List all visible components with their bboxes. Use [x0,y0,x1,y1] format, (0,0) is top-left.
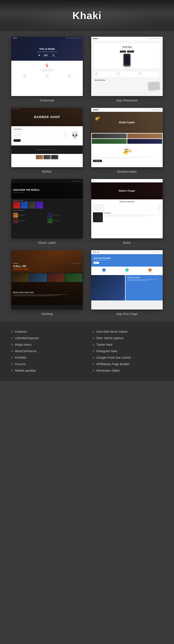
barber-nav-dot [18,109,20,109]
quad-drone-icon: 🚁 [93,114,101,121]
music-latest-info-2 [53,215,60,216]
demo-preview-corporate[interactable]: This is Khaki The Most Advanced Website … [11,37,83,96]
barber-nav-dot [16,109,18,109]
app-overview-title: Quick Overview [95,79,159,81]
demo-preview-music[interactable]: 🎵 DISCOVER THE WORLD Explore the world o… [11,179,83,238]
appone-nav: Khaki App [91,250,163,254]
barber-body: OUR PRICES [11,126,83,144]
music-latest-info-1 [18,215,26,216]
music-latest-item-4 [47,218,81,223]
corp-service-text-3 [66,77,72,78]
band-nav-dot [96,180,96,181]
app-store-btn[interactable]: App Store [120,50,126,52]
quad-photo-3 [92,139,127,144]
feature-item-4: 500+ theme options [93,336,163,340]
appone-feature-lines-3 [139,272,161,273]
quad-big-drone-area: 🚁 [91,144,163,156]
barber-skull-area: 💀 [69,128,80,142]
demo-item-corporate: This is Khaki The Most Advanced Website … [11,37,83,102]
feature-bullet-5 [11,344,13,346]
band-nav-link [156,180,158,181]
app-overview-section: Quick Overview [93,78,161,82]
music-nav-link [78,181,81,181]
corp-service-icon-1 [23,74,26,76]
feature-bullet-9 [11,357,13,358]
corp-stat-2-num: 1589 [43,54,48,56]
app-phone-mockup [124,54,130,66]
barber-team-section: BARBERS AND STYLISTS [11,146,83,154]
barber-team-photo-2 [44,155,50,159]
quad-nav-link [154,110,157,110]
quad-text-line [93,158,144,158]
feature-item-11: Forums [11,362,81,366]
feature-bullet-4 [93,337,94,339]
quad-text-area [91,157,163,158]
music-album-1 [13,202,20,208]
barber-cta-btn[interactable] [14,139,20,142]
app-subtitle: The most advanced mobile app [96,48,158,50]
band-about-text: Khaki Band [104,212,161,222]
corp-stats: 86 1589 Happy Clients 37 Awards Won [38,54,56,57]
appone-nav-item [154,252,157,252]
feature-text-9: Portfolio [15,356,26,360]
appone-cta-btn[interactable]: Explore [94,262,99,264]
demo-preview-appone[interactable]: Khaki App Fulli Are Formalist The App th… [91,250,163,310]
play-store-btn[interactable]: Google Play [127,50,134,52]
barber-price-name [14,133,22,134]
appone-nav-title: Khaki App [93,252,99,253]
demo-preview-quad[interactable]: 🚁 Khaki Copter 🚁 Learn More [91,108,163,167]
gaming-battle-line [13,295,60,296]
appone-feature-2 [116,268,138,273]
corp-service-text-2 [44,77,50,78]
corp-text-line [42,71,53,72]
gaming-content: CALL OF SHOOTER REALISTIC BATTLES [11,250,83,305]
gaming-title-line1: CALL OF [13,264,81,268]
gaming-thumb-2 [30,273,47,282]
demo-label-barber: Barber [42,170,52,174]
demo-preview-barber[interactable]: BARBER SHOP OUR PRICES [11,108,83,167]
corp-nav-link [66,38,69,38]
appone-feature-line [102,273,106,273]
feature-item-8: Instagram feed [93,349,163,353]
demo-item-gaming: CALL OF SHOOTER REALISTIC BATTLES [11,250,83,316]
corp-services [14,74,80,78]
quad-nav-brand [93,110,98,110]
demo-preview-app[interactable]: Great App The most advanced mobile app A… [91,37,163,96]
barber-team-title: BARBERS AND STYLISTS [37,149,57,150]
corp-service-text-1 [22,77,28,78]
corp-logo-area: 🦌 [14,63,80,68]
music-info-line [18,220,26,220]
app-nav-logo [93,38,98,39]
music-album-2 [20,202,28,208]
app-tablet-area [93,82,160,90]
demo-item-band: Before I Forget Forever in Darkness [91,179,163,244]
band-about-line [104,215,155,216]
demo-preview-gaming[interactable]: CALL OF SHOOTER REALISTIC BATTLES [11,250,83,310]
quad-photo-4 [127,139,162,144]
appone-feature-lines-2 [116,272,138,273]
barber-price-val [64,131,67,132]
quad-nav-link [158,110,161,110]
band-track-time [158,210,161,210]
corp-text-line [38,69,56,70]
gaming-battle-title: REALISTIC BATTLES [13,292,81,294]
appone-feature-1 [93,268,115,273]
demo-label-corporate: Corporate [40,98,54,102]
corp-nav [11,38,83,38]
feature-text-10: Google Fonts live control [96,356,131,360]
quad-cta-btn[interactable]: Learn More [93,160,102,162]
music-hero-title: DISCOVER THE WORLD [13,189,81,191]
feature-item-2: One-click demo import [93,330,163,334]
feature-text-12: WPBakery Page Builder [96,362,130,366]
app-feature-1 [95,72,116,77]
corp-hero: This is Khaki The Most Advanced Website … [11,37,83,61]
demo-preview-band[interactable]: Before I Forget Forever in Darkness [91,179,163,238]
gaming-nav-link [75,263,78,264]
music-latest-info-3 [18,220,26,221]
music-latest-section [11,212,83,224]
app-tablet-mockup [148,82,160,90]
demo-item-appone: Khaki App Fulli Are Formalist The App th… [91,250,163,316]
gaming-thumb-4 [65,273,82,282]
appone-nav-item [151,252,154,252]
barber-prices-title: OUR PRICES [14,128,67,130]
